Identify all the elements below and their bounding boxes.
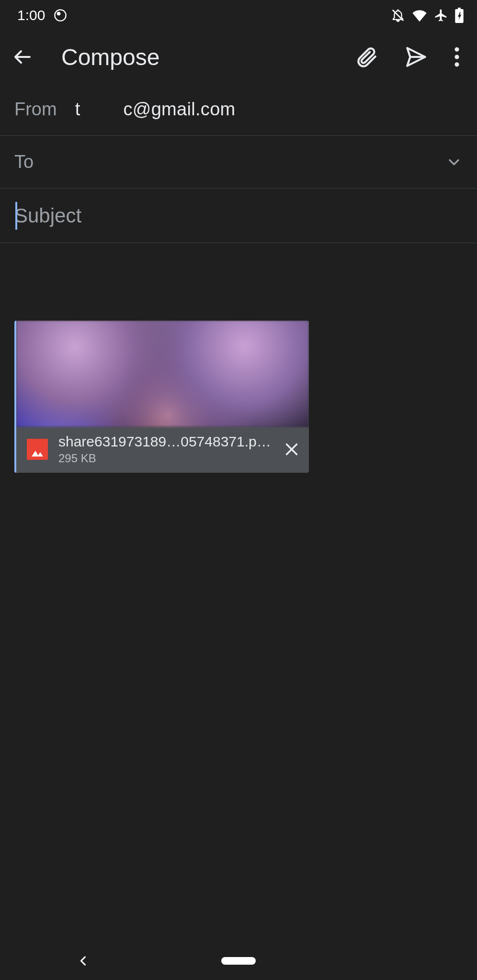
remove-attachment-button[interactable]: [283, 441, 300, 458]
from-email: tc@gmail.com: [75, 99, 236, 120]
status-bar: 1:00: [0, 0, 477, 31]
back-button[interactable]: [11, 45, 34, 68]
status-time: 1:00: [17, 7, 45, 23]
attach-button[interactable]: [354, 45, 378, 69]
app-bar: Compose: [0, 31, 477, 83]
attachment-card: share631973189…05748371.png 295 KB: [14, 321, 309, 473]
compose-body[interactable]: share631973189…05748371.png 295 KB: [0, 243, 477, 486]
svg-rect-4: [458, 8, 461, 10]
svg-point-6: [454, 47, 459, 52]
notifications-off-icon: [391, 8, 405, 22]
text-cursor: [15, 202, 17, 230]
airplane-mode-icon: [434, 8, 448, 22]
subject-row[interactable]: [0, 189, 477, 243]
nav-back-button[interactable]: [77, 954, 90, 968]
attachment-filename: share631973189…05748371.png: [58, 434, 273, 450]
svg-marker-10: [37, 452, 43, 457]
svg-point-0: [55, 10, 66, 21]
svg-point-8: [454, 62, 459, 67]
status-app-icon: [54, 9, 67, 22]
subject-input[interactable]: [14, 204, 463, 227]
battery-charging-icon: [455, 8, 464, 23]
from-label: From: [14, 99, 57, 120]
svg-point-1: [57, 12, 61, 16]
nav-home-pill[interactable]: [221, 957, 256, 965]
more-options-button[interactable]: [454, 47, 460, 67]
from-row[interactable]: From tc@gmail.com: [0, 83, 477, 136]
svg-marker-9: [32, 451, 39, 457]
wifi-icon: [412, 8, 427, 22]
navigation-bar: [0, 942, 477, 980]
attachment-thumbnail[interactable]: [16, 321, 309, 427]
send-button[interactable]: [404, 45, 428, 69]
image-file-icon: [27, 439, 48, 460]
expand-recipients-button[interactable]: [445, 154, 463, 171]
attachment-size: 295 KB: [58, 452, 273, 465]
svg-point-7: [454, 55, 459, 59]
to-label: To: [14, 152, 445, 172]
to-row[interactable]: To: [0, 136, 477, 189]
page-title: Compose: [61, 44, 354, 70]
